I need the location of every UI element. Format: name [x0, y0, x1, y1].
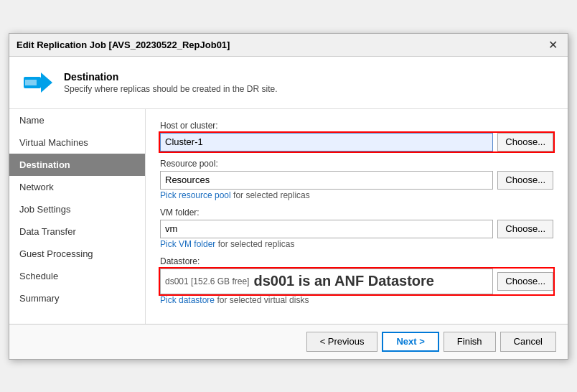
- vm-folder-hint: Pick VM folder for selected replicas: [160, 238, 553, 249]
- cancel-button[interactable]: Cancel: [500, 332, 556, 352]
- sidebar: Name Virtual Machines Destination Networ…: [9, 109, 146, 324]
- sidebar-item-network[interactable]: Network: [9, 176, 145, 198]
- host-input[interactable]: [160, 133, 493, 151]
- header-text: Destination Specify where replicas shoul…: [64, 71, 278, 94]
- resource-pool-hint: Pick resource pool for selected replicas: [160, 190, 553, 200]
- header-section: Destination Specify where replicas shoul…: [9, 57, 568, 109]
- resource-pool-choose-button[interactable]: Choose...: [497, 171, 553, 190]
- title-bar: Edit Replication Job [AVS_20230522_RepJo…: [9, 34, 568, 57]
- header-icon: [21, 65, 55, 100]
- close-button[interactable]: ✕: [545, 38, 560, 52]
- destination-icon: [21, 65, 55, 100]
- sidebar-item-data-transfer[interactable]: Data Transfer: [9, 220, 145, 243]
- host-label: Host or cluster:: [160, 121, 553, 131]
- sidebar-item-summary[interactable]: Summary: [9, 287, 145, 309]
- vm-folder-choose-button[interactable]: Choose...: [497, 220, 553, 238]
- resource-pool-hint-text: for selected replicas: [231, 190, 310, 200]
- svg-rect-2: [25, 80, 37, 85]
- sidebar-item-virtual-machines[interactable]: Virtual Machines: [9, 131, 145, 154]
- host-row: Choose...: [160, 133, 553, 151]
- dialog-title: Edit Replication Job [AVS_20230522_RepJo…: [17, 39, 230, 50]
- host-choose-button[interactable]: Choose...: [497, 133, 553, 151]
- datastore-row: ds001 [152.6 GB free] ds001 is an ANF Da…: [160, 269, 553, 294]
- resource-pool-link[interactable]: Pick resource pool: [160, 190, 231, 200]
- datastore-group: Datastore: ds001 [152.6 GB free] ds001 i…: [160, 256, 553, 305]
- datastore-hint: Pick datastore for selected virtual disk…: [160, 294, 553, 305]
- vm-folder-group: VM folder: Choose... Pick VM folder for …: [160, 207, 553, 249]
- datastore-choose-button[interactable]: Choose...: [497, 272, 553, 291]
- sidebar-item-job-settings[interactable]: Job Settings: [9, 198, 145, 220]
- header-subtitle: Specify where replicas should be created…: [64, 84, 278, 94]
- datastore-value: ds001 [152.6 GB free]: [165, 276, 249, 286]
- host-group: Host or cluster: Choose...: [160, 121, 553, 151]
- resource-pool-input[interactable]: [160, 171, 493, 190]
- vm-folder-hint-text: for selected replicas: [215, 239, 294, 249]
- sidebar-item-name[interactable]: Name: [9, 109, 145, 131]
- vm-folder-link[interactable]: Pick VM folder: [160, 239, 215, 249]
- footer: < Previous Next > Finish Cancel: [9, 324, 568, 359]
- vm-folder-label: VM folder:: [160, 207, 553, 218]
- main-content: Host or cluster: Choose... Resource pool…: [146, 109, 568, 324]
- vm-folder-input[interactable]: [160, 220, 493, 238]
- next-button[interactable]: Next >: [382, 332, 438, 352]
- body: Name Virtual Machines Destination Networ…: [9, 109, 568, 324]
- sidebar-item-schedule[interactable]: Schedule: [9, 265, 145, 287]
- header-title: Destination: [64, 71, 278, 83]
- datastore-annotation: ds001 is an ANF Datastore: [249, 273, 438, 289]
- datastore-hint-text: for selected virtual disks: [215, 295, 309, 305]
- previous-button[interactable]: < Previous: [306, 332, 378, 352]
- dialog-container: Edit Replication Job [AVS_20230522_RepJo…: [9, 33, 568, 360]
- finish-button[interactable]: Finish: [444, 332, 496, 352]
- resource-pool-label: Resource pool:: [160, 159, 553, 169]
- svg-marker-1: [41, 73, 52, 93]
- datastore-label: Datastore:: [160, 256, 553, 266]
- resource-pool-group: Resource pool: Choose... Pick resource p…: [160, 159, 553, 200]
- datastore-link[interactable]: Pick datastore: [160, 295, 215, 305]
- sidebar-item-destination[interactable]: Destination: [9, 154, 145, 176]
- vm-folder-row: Choose...: [160, 220, 553, 238]
- resource-pool-row: Choose...: [160, 171, 553, 190]
- sidebar-item-guest-processing[interactable]: Guest Processing: [9, 243, 145, 265]
